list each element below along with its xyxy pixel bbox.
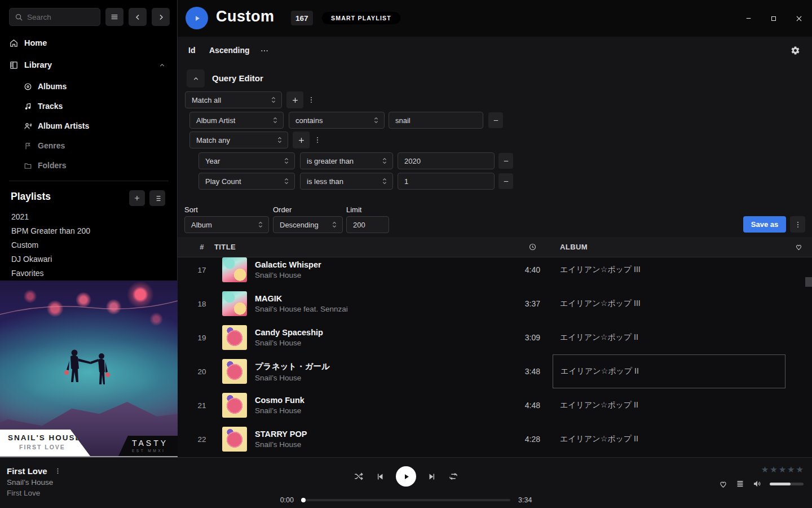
remove-group-rule-button[interactable] [498,173,513,189]
track-artist[interactable]: Snail’s House [255,271,500,279]
table-row[interactable]: 18 MAGIK Snail’s House feat. Sennzai 3:3… [178,287,812,321]
album-art-thumbnail[interactable] [222,427,247,452]
album-art-thumbnail[interactable] [222,291,247,316]
order-select[interactable]: Descending [273,216,343,233]
sidebar-playlist-item[interactable]: Favorites [0,266,177,280]
menu-button[interactable] [105,8,123,26]
sidebar-playlist-item[interactable]: DJ Okawari [0,252,177,266]
track-title[interactable]: Galactic Whisper [255,260,500,269]
volume-button[interactable] [752,479,762,489]
column-header-index[interactable]: # [189,243,214,251]
sidebar-item-library[interactable]: Library [0,57,177,73]
remove-group-rule-button[interactable] [498,153,513,169]
star-icon[interactable]: ★ [796,465,804,475]
column-header-favorite[interactable] [785,243,812,251]
star-icon[interactable]: ★ [770,465,777,475]
sidebar-item-home[interactable]: Home [0,35,177,51]
remove-rule-button[interactable] [488,112,503,128]
track-album-cell[interactable]: エイリアン☆ポップ II [553,422,785,456]
save-as-button[interactable]: Save as [743,216,786,233]
match-any-select[interactable]: Match any [189,132,288,148]
sort-field-button[interactable]: Id [188,46,195,55]
table-row[interactable]: 20 プラネット・ガール Snail’s House 3:48 エイリアン☆ポッ… [178,354,812,388]
track-album-cell[interactable]: エイリアン☆ポップ II [553,388,785,422]
volume-slider[interactable] [770,483,804,485]
sidebar-library-item[interactable]: Genres [0,138,177,153]
track-title[interactable]: STARRY POP [255,430,500,439]
seek-slider-thumb[interactable] [301,498,306,502]
track-artist[interactable]: Snail’s House [255,374,500,382]
track-album-cell[interactable]: エイリアン☆ポップ II [553,321,785,354]
track-title[interactable]: プラネット・ガール [255,361,500,372]
repeat-button[interactable] [448,471,458,481]
seek-slider[interactable] [302,499,510,501]
group-rule-field-select[interactable]: Year [198,152,295,169]
nav-back-button[interactable] [129,8,147,26]
scrollbar-thumb[interactable] [805,277,812,287]
maximize-button[interactable] [769,14,778,23]
star-icon[interactable]: ★ [761,465,769,475]
match-all-select[interactable]: Match all [185,91,282,108]
nav-forward-button[interactable] [152,8,170,26]
previous-button[interactable] [375,472,385,481]
rule-field-select[interactable]: Album Artist [189,112,284,129]
sidebar-playlist-item[interactable]: BPM Greater than 200 [0,224,177,238]
table-row[interactable]: 17 Galactic Whisper Snail’s House 4:40 エ… [178,257,812,287]
rule-value-input[interactable] [389,112,483,129]
close-button[interactable] [795,14,804,23]
group-rule-field-select[interactable]: Play Count [198,173,295,190]
group-rule-value-input[interactable] [398,152,495,169]
limit-input[interactable] [346,216,389,233]
track-artist[interactable]: Snail’s House [255,440,500,449]
now-playing-cover-art[interactable]: SNAIL'S HOUSE FIRST LOVE TASTY EST MMXI [0,281,178,457]
add-playlist-button[interactable] [129,190,145,206]
queue-button[interactable] [735,479,745,489]
track-artist[interactable]: Snail’s House feat. Sennzai [255,305,500,313]
add-rule-button[interactable] [286,91,303,108]
track-album-cell[interactable]: エイリアン☆ポップ III [553,257,785,287]
table-row[interactable]: 22 STARRY POP Snail’s House 4:28 エイリアン☆ポ… [178,422,812,456]
minimize-button[interactable] [744,14,753,23]
now-playing-menu-button[interactable] [54,467,61,475]
sidebar-library-item[interactable]: Tracks [0,99,177,113]
group-rule-operator-select[interactable]: is greater than [300,152,393,169]
now-playing-title[interactable]: First Love [7,466,47,476]
sidebar-library-item[interactable]: Folders [0,158,177,173]
play-pause-button[interactable] [396,466,416,487]
rule-group-menu-button[interactable] [306,91,316,108]
search-box[interactable] [9,8,100,26]
next-button[interactable] [427,472,437,481]
album-art-thumbnail[interactable] [222,257,247,282]
query-more-button[interactable] [790,216,805,233]
column-header-title[interactable]: TITLE [214,243,500,251]
group-menu-button[interactable] [312,132,323,148]
favorite-button[interactable] [718,479,728,489]
column-header-album[interactable]: ALBUM [553,243,785,251]
more-options-button[interactable] [260,46,269,55]
star-icon[interactable]: ★ [787,465,795,475]
sidebar-library-item[interactable]: Albums [0,79,177,94]
track-title[interactable]: Candy Spaceship [255,328,500,337]
add-group-rule-button[interactable] [293,132,310,148]
star-icon[interactable]: ★ [779,465,786,475]
track-title[interactable]: MAGIK [255,294,500,303]
play-playlist-button[interactable] [186,7,208,29]
rule-operator-select[interactable]: contains [289,112,385,129]
sidebar-library-item[interactable]: Album Artists [0,119,177,133]
track-album-cell[interactable]: エイリアン☆ポップ III [553,287,785,321]
sort-select[interactable]: Album [184,216,269,233]
search-input[interactable] [27,13,89,21]
column-header-duration[interactable] [500,243,540,251]
album-art-thumbnail[interactable] [222,325,247,350]
group-rule-value-input[interactable] [398,173,495,190]
now-playing-album[interactable]: First Love [7,489,61,497]
sidebar-playlist-item[interactable]: Custom [0,238,177,252]
track-album-cell[interactable]: エイリアン☆ポップ II [553,354,785,388]
track-artist[interactable]: Snail’s House [255,406,500,415]
settings-button[interactable] [791,46,800,55]
now-playing-artist[interactable]: Snail’s House [7,478,61,487]
track-title[interactable]: Cosmo Funk [255,396,500,405]
sidebar-playlist-item[interactable]: 2021 [0,209,177,224]
table-row[interactable]: 21 Cosmo Funk Snail’s House 4:48 エイリアン☆ポ… [178,388,812,422]
group-rule-operator-select[interactable]: is less than [300,173,393,190]
